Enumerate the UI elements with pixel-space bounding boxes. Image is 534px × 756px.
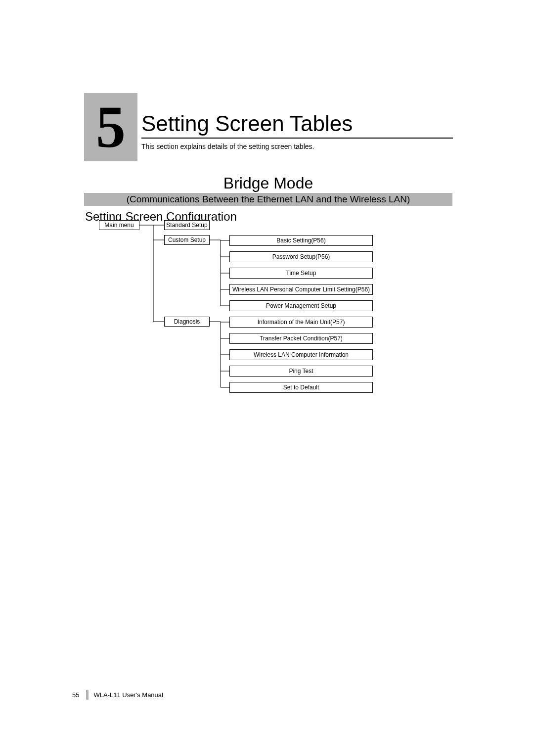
node-label: Information of the Main Unit(P57) — [258, 319, 345, 326]
page-footer: 55 WLA-L11 User's Manual — [72, 690, 163, 700]
chapter-title: Setting Screen Tables — [141, 111, 353, 136]
node-set-default: Set to Default — [229, 382, 373, 393]
mode-subtitle-bar: (Communications Between the Ethernet LAN… — [84, 193, 452, 206]
page-number: 55 — [72, 691, 79, 699]
node-standard-setup: Standard Setup — [164, 220, 210, 230]
node-label: Main menu — [104, 222, 134, 229]
node-label: Set to Default — [283, 384, 319, 391]
chapter-number-block: 5 — [84, 93, 137, 161]
footer-divider — [86, 690, 89, 700]
node-info-main-unit: Information of the Main Unit(P57) — [229, 317, 373, 328]
mode-title: Bridge Mode — [84, 174, 452, 192]
node-wlan-limit: Wireless LAN Personal Computer Limit Set… — [229, 284, 373, 295]
node-password-setup: Password Setup(P56) — [229, 251, 373, 262]
mode-subtitle: (Communications Between the Ethernet LAN… — [127, 194, 410, 205]
node-custom-setup: Custom Setup — [164, 235, 210, 245]
node-label: Password Setup(P56) — [272, 253, 330, 260]
chapter-number: 5 — [96, 97, 126, 157]
node-label: Diagnosis — [174, 318, 200, 325]
node-label: Time Setup — [286, 270, 316, 277]
node-basic-setting: Basic Setting(P56) — [229, 235, 373, 246]
chapter-subtitle: This section explains details of the set… — [141, 142, 314, 150]
node-ping-test: Ping Test — [229, 366, 373, 377]
node-label: Wireless LAN Personal Computer Limit Set… — [232, 286, 370, 293]
node-label: Power Management Setup — [266, 302, 336, 309]
node-wlan-computer-info: Wireless LAN Computer Information — [229, 349, 373, 360]
node-label: Custom Setup — [168, 236, 206, 243]
node-time-setup: Time Setup — [229, 268, 373, 279]
node-label: Transfer Packet Condition(P57) — [260, 335, 343, 342]
node-main-menu: Main menu — [99, 220, 139, 230]
node-label: Standard Setup — [166, 222, 207, 229]
node-transfer-packet: Transfer Packet Condition(P57) — [229, 333, 373, 344]
node-power-mgmt: Power Management Setup — [229, 300, 373, 311]
node-label: Basic Setting(P56) — [276, 237, 325, 244]
footer-text: WLA-L11 User's Manual — [93, 691, 163, 699]
title-underline — [141, 138, 453, 139]
node-label: Wireless LAN Computer Information — [254, 351, 349, 358]
node-diagnosis: Diagnosis — [164, 317, 210, 327]
manual-page: 5 Setting Screen Tables This section exp… — [0, 0, 534, 756]
node-label: Ping Test — [289, 368, 313, 375]
screen-config-diagram: Main menu Standard Setup Custom Setup Di… — [84, 220, 452, 398]
